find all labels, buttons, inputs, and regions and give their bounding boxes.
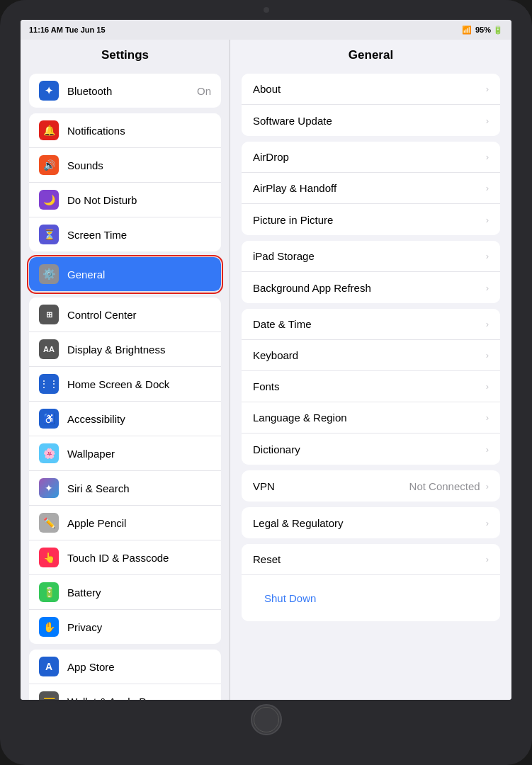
panel-section-reset: Reset › Shut Down: [242, 544, 500, 621]
wifi-icon: 📶: [462, 26, 472, 35]
sidebar-item-apple-pencil[interactable]: ✏️ Apple Pencil: [29, 506, 221, 540]
sidebar-item-battery[interactable]: 🔋 Battery: [29, 575, 221, 610]
sidebar-item-control-center[interactable]: ⊞ Control Center: [29, 298, 221, 332]
keyboard-chevron: ›: [486, 350, 489, 361]
airplay-handoff-chevron: ›: [486, 183, 489, 193]
airdrop-chevron: ›: [486, 152, 489, 162]
privacy-icon: ✋: [39, 617, 59, 637]
panel-item-picture-in-picture[interactable]: Picture in Picture ›: [242, 204, 500, 235]
language-region-chevron: ›: [486, 412, 489, 423]
general-icon: ⚙️: [39, 264, 59, 284]
screen-time-icon: ⏳: [39, 225, 59, 244]
app-store-label: App Store: [67, 661, 211, 673]
screen-time-label: Screen Time: [67, 229, 211, 241]
general-item-wrapper: ⚙️ General: [29, 257, 221, 292]
sidebar-item-siri-search[interactable]: ✦ Siri & Search: [29, 471, 221, 506]
accessibility-icon: ♿: [39, 409, 59, 429]
sidebar-item-accessibility[interactable]: ♿ Accessibility: [29, 402, 221, 436]
sidebar-item-wallet[interactable]: 💳 Wallet & Apple Pay: [29, 684, 221, 700]
home-button[interactable]: [251, 704, 282, 735]
vpn-label: VPN: [253, 480, 409, 492]
sidebar-item-bluetooth[interactable]: ✦ Bluetooth On: [29, 74, 221, 108]
airdrop-label: AirDrop: [253, 151, 483, 163]
panel-item-airdrop[interactable]: AirDrop ›: [242, 142, 500, 173]
shut-down-label[interactable]: Shut Down: [253, 584, 327, 613]
about-label: About: [253, 83, 483, 95]
apple-pencil-label: Apple Pencil: [67, 517, 211, 529]
general-label: General: [67, 268, 211, 280]
sidebar-item-wallpaper[interactable]: 🌸 Wallpaper: [29, 436, 221, 471]
panel-item-shut-down[interactable]: Shut Down: [242, 575, 500, 621]
language-region-label: Language & Region: [253, 412, 483, 424]
legal-label: Legal & Regulatory: [253, 517, 483, 529]
notifications-icon: 🔔: [39, 120, 59, 140]
background-app-refresh-chevron: ›: [486, 283, 489, 293]
sidebar-item-screen-time[interactable]: ⏳ Screen Time: [29, 217, 221, 251]
reset-chevron: ›: [486, 554, 489, 565]
panel-item-language-region[interactable]: Language & Region ›: [242, 402, 500, 434]
do-not-disturb-icon: 🌙: [39, 190, 59, 210]
control-center-label: Control Center: [67, 309, 211, 321]
fonts-chevron: ›: [486, 381, 489, 392]
panel-item-date-time[interactable]: Date & Time ›: [242, 309, 500, 340]
home-screen-label: Home Screen & Dock: [67, 378, 211, 390]
bluetooth-icon: ✦: [39, 81, 59, 101]
panel-item-dictionary[interactable]: Dictionary ›: [242, 434, 500, 465]
sidebar-item-touch-id[interactable]: 👆 Touch ID & Passcode: [29, 540, 221, 575]
control-center-icon: ⊞: [39, 305, 59, 324]
panel-item-legal[interactable]: Legal & Regulatory ›: [242, 507, 500, 538]
panel-section-about: About › Software Update ›: [242, 74, 500, 136]
main-panel: General About › Software Update › AirD: [230, 40, 511, 700]
sounds-icon: 🔊: [39, 155, 59, 175]
legal-chevron: ›: [486, 518, 489, 528]
touch-id-icon: 👆: [39, 548, 59, 567]
accessibility-label: Accessibility: [67, 413, 211, 425]
display-brightness-icon: AA: [39, 339, 59, 359]
panel-item-airplay-handoff[interactable]: AirPlay & Handoff ›: [242, 173, 500, 204]
status-right: 📶 95% 🔋: [462, 26, 503, 35]
software-update-label: Software Update: [253, 115, 483, 127]
sidebar-item-home-screen[interactable]: ⋮⋮ Home Screen & Dock: [29, 367, 221, 402]
panel-item-keyboard[interactable]: Keyboard ›: [242, 340, 500, 371]
bluetooth-label: Bluetooth: [67, 85, 197, 97]
sidebar-item-sounds[interactable]: 🔊 Sounds: [29, 148, 221, 183]
sidebar-item-general[interactable]: ⚙️ General: [29, 257, 221, 292]
content-area: Settings ✦ Bluetooth On 🔔 Notifications: [21, 40, 511, 700]
panel-section-legal: Legal & Regulatory ›: [242, 507, 500, 538]
sidebar-item-app-store[interactable]: A App Store: [29, 650, 221, 684]
home-button-inner: [254, 707, 279, 732]
screen: 11:16 AM Tue Jun 15 📶 95% 🔋 Settings ✦: [21, 20, 511, 700]
about-chevron: ›: [486, 84, 489, 94]
notifications-label: Notifications: [67, 125, 211, 137]
panel-item-ipad-storage[interactable]: iPad Storage ›: [242, 241, 500, 272]
panel-item-background-app-refresh[interactable]: Background App Refresh ›: [242, 272, 500, 303]
sidebar-item-display-brightness[interactable]: AA Display & Brightness: [29, 332, 221, 367]
panel-item-software-update[interactable]: Software Update ›: [242, 105, 500, 136]
panel-item-about[interactable]: About ›: [242, 74, 500, 105]
picture-in-picture-chevron: ›: [486, 215, 489, 225]
top-bar: [0, 0, 532, 20]
battery-indicator: 95% 🔋: [475, 26, 503, 35]
sidebar-item-do-not-disturb[interactable]: 🌙 Do Not Disturb: [29, 183, 221, 217]
keyboard-label: Keyboard: [253, 349, 483, 361]
do-not-disturb-label: Do Not Disturb: [67, 194, 211, 206]
bluetooth-value: On: [197, 85, 211, 97]
home-screen-icon: ⋮⋮: [39, 374, 59, 394]
siri-search-label: Siri & Search: [67, 482, 211, 494]
panel-item-vpn[interactable]: VPN Not Connected ›: [242, 470, 500, 502]
software-update-chevron: ›: [486, 115, 489, 126]
sidebar-title: Settings: [21, 40, 230, 68]
sidebar-item-privacy[interactable]: ✋ Privacy: [29, 610, 221, 644]
panel-item-reset[interactable]: Reset ›: [242, 544, 500, 575]
wallpaper-label: Wallpaper: [67, 448, 211, 460]
wallet-icon: 💳: [39, 691, 59, 700]
airplay-handoff-label: AirPlay & Handoff: [253, 182, 483, 194]
battery-icon: 🔋: [493, 26, 503, 34]
display-brightness-label: Display & Brightness: [67, 344, 211, 356]
panel-item-fonts[interactable]: Fonts ›: [242, 371, 500, 402]
privacy-label: Privacy: [67, 621, 211, 633]
battery-label: Battery: [67, 586, 211, 599]
sidebar-item-notifications[interactable]: 🔔 Notifications: [29, 113, 221, 148]
reset-label: Reset: [253, 553, 483, 565]
ipad-storage-chevron: ›: [486, 251, 489, 261]
